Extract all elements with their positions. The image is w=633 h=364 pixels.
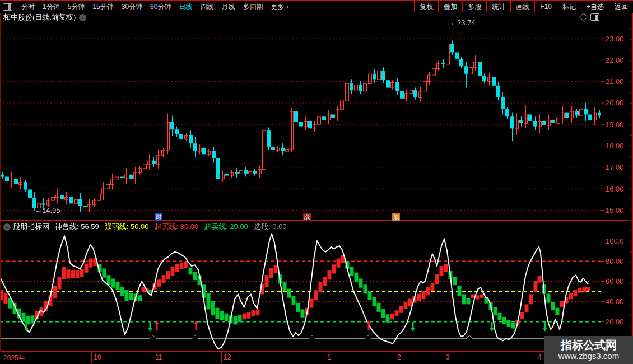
month-separator [221,352,222,363]
period-tab-1[interactable]: 1分钟 [39,2,64,12]
period-tab-10[interactable]: 更多 › [267,2,292,12]
indicator-value-2: 超买线: 80.00 [155,222,199,232]
period-tab-9[interactable]: 多周期 [239,2,267,12]
function-button-3[interactable]: 统计 [486,1,510,12]
price-tick: 16.00 [606,185,629,193]
indicator-value-4: 选股: 0.00 [254,222,287,232]
watermark: 指标公式网 www.zbgs3.com [544,336,633,364]
indicator-header: ⌄ 股朋指标网 神兽线: 56.59强弱线: 50.00超买线: 80.00超卖… [0,222,599,232]
period-tabs: 分时1分钟5分钟15分钟30分钟60分钟日线周线月线多周期更多 › [17,2,292,12]
function-button-2[interactable]: 多股 [462,1,486,12]
month-label: 2 [397,353,401,361]
indicator-tick: 100.0 [606,237,629,245]
period-tab-3[interactable]: 15分钟 [89,2,117,12]
period-tab-7[interactable]: 周线 [196,2,217,12]
month-separator [444,352,444,363]
period-tab-0[interactable]: 分时 [17,2,39,12]
indicator-tick: 60.00 [606,277,629,286]
month-separator [91,352,92,363]
diamond-icon[interactable] [579,13,588,22]
split-view-icon[interactable] [590,13,599,21]
price-tick: 23.00 [606,35,629,43]
chart-canvas[interactable] [0,0,633,364]
month-separator [153,352,153,363]
month-separator [325,352,325,363]
toolbar-divider [16,1,16,12]
trading-terminal: { "toolbar": { "left_items": ["分时","1分钟"… [0,0,633,364]
chevron-down-icon[interactable]: ⌄ [79,14,86,21]
function-button-1[interactable]: 叠加 [438,1,462,12]
title-row: 柘中股份(日线.前复权) ⌄ [0,12,629,22]
watermark-title: 指标公式网 [561,339,617,351]
period-tab-8[interactable]: 月线 [217,2,239,12]
price-tick: 19.00 [606,120,629,129]
top-toolbar: 分时1分钟5分钟15分钟30分钟60分钟日线周线月线多周期更多 › 复权叠加多股… [0,0,633,13]
watermark-url: www.zbgs3.com [558,351,619,361]
function-button-5[interactable]: F10 [534,1,557,12]
function-button-8[interactable]: 返回 [609,1,633,12]
low-annotation: ←14.95 [35,206,60,214]
month-label: 1 [327,353,331,361]
function-button-4[interactable]: 画线 [510,1,534,12]
price-tick: 20.00 [606,99,629,107]
price-tick: 15.00 [606,206,629,214]
indicator-value-0: 神兽线: 56.59 [55,222,99,232]
indicator-value-1: 强弱线: 50.00 [105,222,149,232]
period-tab-4[interactable]: 30分钟 [118,2,146,12]
indicator-values: 神兽线: 56.59强弱线: 50.00超买线: 80.00超卖线: 20.00… [49,222,287,232]
date-axis[interactable]: 2025年1011121234 [0,352,633,364]
indicator-value-3: 超卖线: 20.00 [204,222,248,232]
month-label: 3 [446,353,450,361]
period-tab-6[interactable]: 日线 [175,2,196,12]
function-buttons: 复权叠加多股统计画线F10标记+自选返回 [414,1,633,13]
event-tag[interactable]: 财 [155,213,162,221]
function-button-6[interactable]: 标记 [557,1,581,12]
window-split-icon[interactable] [3,3,12,11]
month-label: 4 [538,353,542,361]
indicator-tick: 20.00 [606,318,629,326]
indicator-tick: 80.00 [606,257,629,265]
price-tick: 22.00 [606,56,629,64]
month-label: 2025年 [3,353,25,363]
chart-view-icons [580,13,599,21]
month-separator [536,352,536,363]
function-button-7[interactable]: +自选 [581,1,609,12]
event-tag[interactable]: 预 [392,213,400,221]
month-label: 11 [155,353,162,361]
collapse-icon[interactable]: ⌄ [3,223,11,231]
period-tab-5[interactable]: 60分钟 [146,2,175,12]
event-tag[interactable]: 涨 [303,213,311,221]
indicator-tick: 40.00 [606,297,629,306]
price-tick: 17.00 [606,163,629,171]
function-button-0[interactable]: 复权 [414,1,438,12]
month-label: 12 [224,353,231,361]
month-label: 10 [94,353,101,361]
page-title: 柘中股份(日线.前复权) [3,12,76,22]
price-tick: 21.00 [606,77,629,86]
month-separator [395,352,395,363]
price-tick: 18.00 [606,142,629,150]
period-tab-2[interactable]: 5分钟 [64,2,89,12]
indicator-source: 股朋指标网 [13,222,49,232]
